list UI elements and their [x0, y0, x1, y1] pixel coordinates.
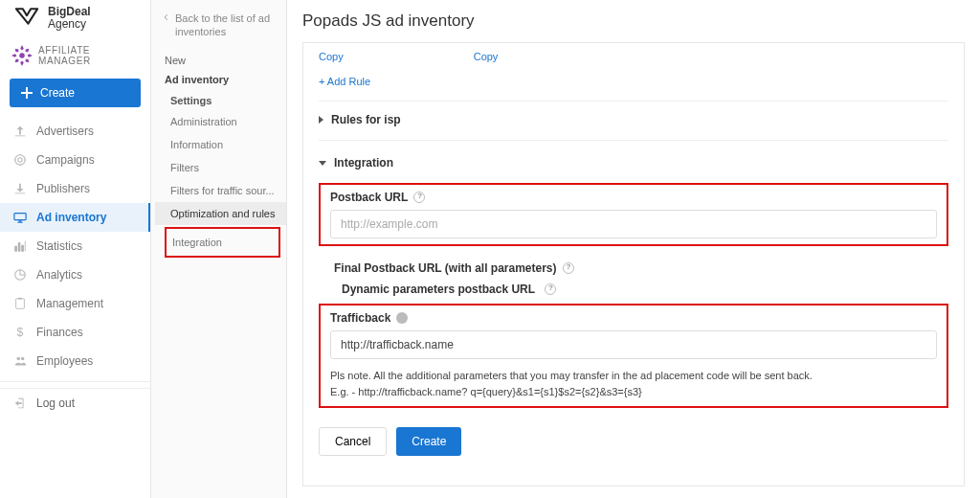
- logout[interactable]: Log out: [0, 389, 150, 418]
- affiliate-manager-row: AFFILIATE MANAGER: [0, 34, 150, 73]
- nav-item-label: Campaigns: [36, 153, 95, 167]
- nav-item-label: Finances: [36, 326, 83, 339]
- main: Popads JS ad inventory Copy Copy + Add R…: [287, 0, 980, 498]
- panel: Copy Copy + Add Rule Rules for isp Integ…: [302, 42, 965, 487]
- target-icon: [13, 153, 27, 167]
- logout-icon: [13, 396, 27, 410]
- nav-item-label: Publishers: [36, 182, 90, 195]
- settings-subnav: Back to the list of ad inventories New A…: [151, 0, 287, 498]
- brand: BigDeal Agency: [0, 0, 150, 34]
- subnav-administration[interactable]: Administration: [155, 110, 286, 133]
- svg-point-1: [15, 155, 26, 166]
- postback-url-label-row: Postback URL: [330, 191, 937, 204]
- subnav-optimization[interactable]: Optimization and rules: [155, 202, 286, 225]
- copy-link-2[interactable]: Copy: [474, 51, 499, 62]
- nav-item-label: Analytics: [36, 268, 82, 282]
- nav-list: Advertisers Campaigns Publishers Ad inve…: [0, 117, 150, 375]
- subnav-information[interactable]: Information: [155, 133, 286, 156]
- svg-rect-3: [14, 214, 26, 220]
- add-rule-link[interactable]: + Add Rule: [319, 76, 370, 87]
- chevron-left-icon: [163, 12, 169, 22]
- svg-point-2: [18, 158, 22, 162]
- brand-logo-icon: [13, 6, 40, 31]
- svg-rect-7: [16, 299, 25, 309]
- cancel-button[interactable]: Cancel: [319, 427, 387, 456]
- dynamic-params-row[interactable]: Dynamic parameters postback URL: [319, 277, 948, 300]
- nav-item-label: Management: [36, 297, 103, 310]
- svg-rect-6: [22, 246, 24, 252]
- clipboard-icon: [13, 297, 27, 310]
- rules-isp-row[interactable]: Rules for isp: [319, 103, 948, 136]
- svg-point-10: [17, 357, 21, 361]
- affiliate-icon: [11, 44, 33, 67]
- svg-rect-5: [18, 243, 20, 252]
- dollar-icon: $: [13, 326, 27, 339]
- trafficback-highlight: Trafficback Pls note. All the additional…: [319, 304, 948, 408]
- chevron-down-icon: [319, 161, 326, 166]
- nav-management[interactable]: Management: [0, 289, 150, 318]
- subnav-filters[interactable]: Filters: [155, 156, 286, 179]
- help-icon[interactable]: [545, 283, 556, 295]
- page-title: Popads JS ad inventory: [302, 10, 965, 42]
- nav-publishers[interactable]: Publishers: [0, 174, 150, 203]
- nav-item-label: Ad inventory: [36, 211, 106, 224]
- bars-icon: [13, 239, 27, 253]
- integration-section-header[interactable]: Integration: [319, 143, 948, 179]
- plus-icon: [21, 87, 33, 99]
- nav-analytics[interactable]: Analytics: [0, 260, 150, 289]
- final-postback-label: Final Postback URL (with all parameters): [334, 261, 557, 275]
- nav-ad-inventory[interactable]: Ad inventory: [0, 203, 150, 232]
- brand-name: BigDeal Agency: [48, 6, 91, 31]
- svg-text:$: $: [17, 327, 24, 340]
- trafficback-note: Pls note. All the additional parameters …: [330, 369, 937, 400]
- nav-campaigns[interactable]: Campaigns: [0, 146, 150, 174]
- rules-isp-label: Rules for isp: [331, 113, 401, 126]
- create-button[interactable]: Create: [10, 79, 141, 107]
- trafficback-label-row: Trafficback: [330, 311, 937, 325]
- nav-employees[interactable]: Employees: [0, 347, 150, 375]
- billboard-icon: [13, 211, 27, 224]
- svg-point-0: [19, 54, 25, 59]
- dynamic-params-label: Dynamic parameters postback URL: [342, 283, 535, 296]
- subnav-filters-traffic[interactable]: Filters for traffic sour...: [155, 179, 286, 202]
- trafficback-label: Trafficback: [330, 311, 390, 325]
- nav-item-label: Employees: [36, 354, 93, 368]
- back-link-label: Back to the list of ad inventories: [175, 11, 278, 39]
- subnav-ad-inventory: Ad inventory: [155, 70, 286, 89]
- postback-url-label: Postback URL: [330, 191, 408, 204]
- actions: Cancel Create: [319, 416, 948, 456]
- nav-advertisers[interactable]: Advertisers: [0, 117, 150, 146]
- nav-item-label: Advertisers: [36, 124, 94, 138]
- info-icon[interactable]: [396, 312, 408, 324]
- create-button-label: Create: [40, 86, 75, 100]
- create-button-form[interactable]: Create: [396, 427, 461, 456]
- copy-row: Copy Copy: [319, 51, 948, 62]
- integration-title: Integration: [334, 156, 393, 170]
- trafficback-note-line2: E.g. - http://trafficback.name? q={query…: [330, 385, 937, 399]
- help-icon[interactable]: [563, 262, 574, 274]
- postback-url-highlight: Postback URL: [319, 183, 948, 246]
- postback-url-input[interactable]: [330, 210, 937, 238]
- copy-link-1[interactable]: Copy: [319, 51, 344, 62]
- logout-label: Log out: [36, 396, 75, 410]
- trafficback-note-line1: Pls note. All the additional parameters …: [330, 369, 937, 383]
- svg-rect-4: [15, 246, 17, 251]
- trafficback-input[interactable]: [330, 330, 937, 359]
- chevron-right-icon: [319, 116, 323, 124]
- help-icon[interactable]: [413, 192, 425, 203]
- download-icon: [13, 182, 27, 195]
- subnav-integration-highlight: Integration: [165, 227, 280, 258]
- left-nav: BigDeal Agency AFFILIATE MANAGER Create …: [0, 0, 151, 498]
- pie-icon: [13, 268, 27, 282]
- upload-icon: [13, 124, 27, 138]
- svg-point-11: [21, 357, 25, 361]
- people-icon: [13, 354, 27, 368]
- final-postback-row: Final Postback URL (with all parameters): [319, 254, 948, 277]
- svg-rect-8: [18, 298, 22, 300]
- nav-finances[interactable]: $ Finances: [0, 318, 150, 347]
- affiliate-manager-label: AFFILIATE MANAGER: [38, 45, 137, 66]
- nav-statistics[interactable]: Statistics: [0, 232, 150, 260]
- back-link[interactable]: Back to the list of ad inventories: [155, 10, 286, 53]
- subnav-integration[interactable]: Integration: [172, 231, 269, 254]
- subnav-settings-header: Settings: [155, 89, 286, 110]
